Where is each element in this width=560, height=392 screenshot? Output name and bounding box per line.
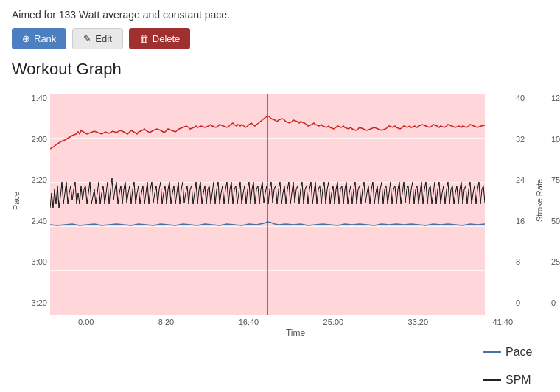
spm-legend-icon [483,379,501,381]
pace-axis-ticks: 1:40 2:00 2:20 2:40 3:00 3:20 [22,94,47,307]
pace-axis-label: Pace [12,94,21,307]
toolbar: ⊕ Rank ✎ Edit 🗑 Delete [12,28,548,49]
chart-area [50,94,485,315]
edit-button[interactable]: ✎ Edit [72,28,122,49]
edit-icon: ✎ [83,33,91,44]
pace-legend-label: Pace [505,346,532,359]
delete-icon: 🗑 [139,33,149,44]
stroke-rate-axis-ticks: 40 32 24 16 8 0 [516,94,533,307]
rank-icon: ⊕ [22,33,30,44]
delete-label: Delete [153,33,181,44]
spm-legend-label: SPM [505,374,531,387]
pace-legend-icon [483,351,501,353]
x-axis-label: Time [78,328,513,338]
rank-button[interactable]: ⊕ Rank [12,28,66,49]
x-axis-ticks: 0:00 8:20 16:40 25:00 33:20 41:40 [78,318,513,326]
page-title: Workout Graph [12,60,548,79]
rank-label: Rank [34,33,56,44]
delete-button[interactable]: 🗑 Delete [129,28,191,49]
chart-svg [50,94,485,315]
edit-label: Edit [95,33,111,44]
stroke-rate-axis-label: Stroke Rate [535,94,544,307]
heart-rate-axis-ticks: 125 100 75 50 25 0 [551,94,560,307]
aim-text: Aimed for 133 Watt average and constant … [12,9,548,21]
legend-pace: Pace [483,346,548,359]
legend-spm: SPM [483,374,548,387]
